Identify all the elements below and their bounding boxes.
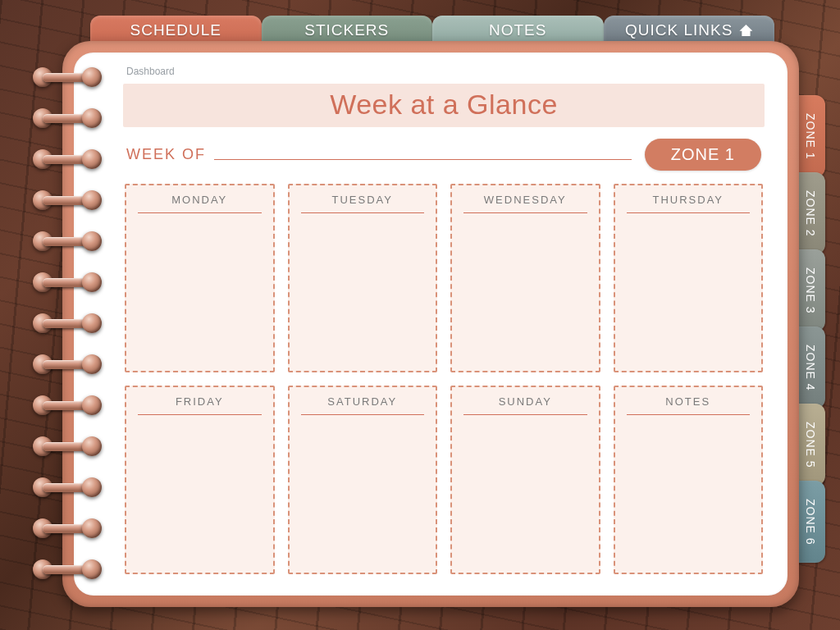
side-tab-zone-3[interactable]: ZONE 3 [796, 249, 825, 331]
cell-header-saturday: SATURDAY [301, 395, 425, 415]
zone-badge[interactable]: ZONE 1 [645, 139, 761, 171]
cell-sunday[interactable]: SUNDAY [450, 386, 600, 574]
side-tab-zone-6[interactable]: ZONE 6 [796, 481, 825, 563]
planner: Dashboard Week at a Glance WEEK OF ZONE … [62, 41, 799, 607]
cell-body-tuesday[interactable] [301, 213, 425, 363]
home-icon [739, 25, 752, 36]
breadcrumb[interactable]: Dashboard [126, 66, 765, 77]
cell-header-wednesday: WEDNESDAY [463, 194, 587, 213]
week-grid: MONDAY TUESDAY WEDNESDAY THURSDAY FRIDAY… [125, 184, 763, 574]
side-tab-zone-1[interactable]: ZONE 1 [796, 95, 825, 177]
cell-wednesday[interactable]: WEDNESDAY [450, 184, 600, 372]
planner-page: Dashboard Week at a Glance WEEK OF ZONE … [74, 52, 788, 596]
cell-thursday[interactable]: THURSDAY [614, 184, 764, 372]
side-tab-zone-5[interactable]: ZONE 5 [796, 404, 825, 486]
cell-notes[interactable]: NOTES [614, 386, 764, 574]
page-title: Week at a Glance [123, 84, 765, 127]
tab-quick-links-label: QUICK LINKS [625, 21, 733, 39]
cell-header-sunday: SUNDAY [463, 395, 587, 415]
cell-header-notes: NOTES [627, 395, 751, 415]
cell-body-saturday[interactable] [301, 415, 425, 564]
cell-body-notes[interactable] [627, 415, 751, 564]
cell-body-monday[interactable] [138, 213, 262, 363]
cell-saturday[interactable]: SATURDAY [288, 386, 438, 574]
week-header-row: WEEK OF ZONE 1 [126, 139, 761, 171]
side-tabs: ZONE 1 ZONE 2 ZONE 3 ZONE 4 ZONE 5 ZONE … [796, 95, 825, 558]
cell-body-friday[interactable] [138, 415, 262, 564]
cell-body-thursday[interactable] [627, 213, 751, 363]
cell-header-thursday: THURSDAY [627, 194, 751, 213]
cell-body-sunday[interactable] [463, 415, 587, 564]
cell-header-friday: FRIDAY [138, 395, 262, 415]
cell-tuesday[interactable]: TUESDAY [288, 184, 438, 372]
cell-friday[interactable]: FRIDAY [125, 386, 275, 574]
week-of-label: WEEK OF [126, 146, 206, 163]
cell-monday[interactable]: MONDAY [125, 184, 275, 372]
cell-header-monday: MONDAY [138, 194, 262, 213]
week-of-field[interactable]: WEEK OF [126, 146, 632, 163]
side-tab-zone-4[interactable]: ZONE 4 [796, 326, 825, 409]
cell-header-tuesday: TUESDAY [301, 194, 425, 213]
side-tab-zone-2[interactable]: ZONE 2 [796, 172, 825, 254]
week-of-underline [214, 159, 632, 160]
cell-body-wednesday[interactable] [463, 213, 587, 363]
